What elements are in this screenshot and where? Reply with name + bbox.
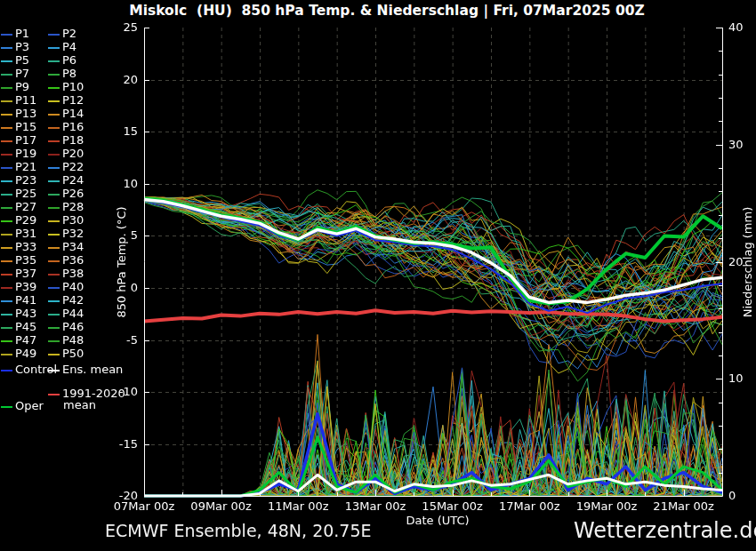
legend-item-p19: P19 [1, 148, 36, 161]
legend-item-p1-label: P1 [15, 27, 29, 40]
legend-item-p17: P17 [1, 134, 36, 148]
legend-item-p7-line-swatch [1, 74, 12, 76]
legend-item-p31-label: P31 [15, 227, 36, 240]
legend-item-p2-label: P2 [62, 27, 76, 40]
legend-item-p24-line-swatch [48, 180, 60, 182]
legend-item-p46: P46 [48, 321, 84, 334]
legend-item-p26-label: P26 [62, 187, 84, 200]
legend-item-p29: P29 [1, 214, 36, 228]
legend-item-p50-line-swatch [48, 354, 60, 355]
legend-item-p41-line-swatch [1, 300, 12, 302]
legend-item-p28: P28 [48, 201, 84, 214]
legend-item-p41-label: P41 [15, 293, 36, 307]
y-left-tick-10: 10 [123, 177, 138, 190]
legend-item-p40-line-swatch [48, 287, 60, 289]
legend-item-p14-line-swatch [48, 114, 60, 116]
legend-item-p32-label: P32 [62, 227, 84, 240]
legend-item-p47: P47 [1, 334, 36, 347]
legend-item-p6: P6 [48, 54, 76, 68]
legend-item-p6-label: P6 [62, 53, 76, 67]
legend-item-p24-label: P24 [62, 173, 84, 187]
legend-item-oper: Oper [1, 400, 44, 413]
legend-item-p18-line-swatch [48, 140, 60, 142]
legend-item-p43-line-swatch [1, 314, 12, 315]
legend-item-p36-label: P36 [62, 253, 84, 267]
y-left-tick-5: 5 [131, 228, 138, 242]
legend-item-p17-line-swatch [1, 140, 12, 142]
legend-item-p47-label: P47 [15, 333, 36, 347]
legend-item-p19-label: P19 [15, 147, 36, 160]
watermark-text: Wetterzentrale.de [574, 518, 756, 543]
legend-item-p39-line-swatch [1, 287, 12, 289]
y-right-tick-20: 20 [728, 255, 744, 268]
legend-item-p10: P10 [48, 81, 84, 94]
legend-item-p13: P13 [1, 108, 36, 121]
legend-item-climate-mean-line-swatch [48, 394, 60, 395]
x-axis-label: Date (UTC) [384, 514, 491, 527]
y-left-tick-20: 20 [123, 73, 138, 86]
legend-item-p33: P33 [1, 241, 36, 254]
legend-item-p13-label: P13 [15, 107, 36, 120]
legend-item-p20: P20 [48, 148, 84, 161]
legend-item-p2-line-swatch [48, 34, 60, 36]
legend-item-p32-line-swatch [48, 234, 60, 236]
legend-item-p39-label: P39 [15, 280, 36, 293]
legend-item-p11: P11 [1, 94, 36, 108]
legend-item-p46-label: P46 [62, 320, 84, 333]
legend-item-p8-label: P8 [62, 67, 76, 80]
legend-item-p3-label: P3 [15, 40, 29, 53]
legend-item-p21: P21 [1, 161, 36, 174]
legend-item-p25-line-swatch [1, 194, 12, 196]
x-tick-4: 13Mar 00z [335, 499, 415, 513]
legend-item-p33-line-swatch [1, 247, 12, 249]
legend-item-p34-line-swatch [48, 247, 60, 249]
legend-item-p14-label: P14 [62, 107, 84, 120]
legend-item-p37-line-swatch [1, 274, 12, 276]
legend-item-p16-label: P16 [62, 120, 84, 133]
legend-item-p13-line-swatch [1, 114, 12, 116]
legend-item-p49-label: P49 [15, 347, 36, 360]
x-tick-1: 07Mar 00z [104, 499, 184, 513]
legend-item-p28-line-swatch [48, 207, 60, 209]
legend-item-p23-label: P23 [15, 173, 36, 187]
legend-item-p48-line-swatch [48, 340, 60, 342]
legend-item-p44-label: P44 [62, 307, 84, 320]
legend-item-p20-line-swatch [48, 154, 60, 156]
legend-item-p50: P50 [48, 347, 84, 361]
legend-item-p5: P5 [1, 54, 29, 68]
legend-item-p37: P37 [1, 268, 36, 281]
legend-item-p44: P44 [48, 307, 84, 321]
legend-item-p30: P30 [48, 214, 84, 228]
legend-item-p19-line-swatch [1, 154, 12, 156]
legend-item-climate-mean-line2-label: mean [63, 398, 96, 411]
legend-item-p45: P45 [1, 321, 36, 334]
legend-item-p8-line-swatch [48, 74, 60, 76]
legend-item-p27-line-swatch [1, 207, 12, 209]
legend-item-p24: P24 [48, 174, 84, 188]
y-left-tick-15: 15 [123, 124, 138, 138]
legend-item-p45-line-swatch [1, 327, 12, 329]
legend-item-p5-line-swatch [1, 60, 12, 62]
legend-item-p9-line-swatch [1, 87, 12, 89]
legend-item-p7: P7 [1, 68, 29, 81]
legend-item-p10-label: P10 [62, 80, 84, 93]
legend-item-p31: P31 [1, 228, 36, 241]
legend-item-p34-label: P34 [62, 240, 84, 253]
legend-item-p26: P26 [48, 188, 84, 201]
legend-item-p32: P32 [48, 228, 84, 241]
legend-item-p8: P8 [48, 68, 76, 81]
legend-item-p28-label: P28 [62, 200, 84, 213]
legend-item-p16: P16 [48, 121, 84, 134]
legend-item-p5-label: P5 [15, 53, 29, 67]
legend-item-p37-label: P37 [15, 267, 36, 280]
legend-item-p4: P4 [48, 41, 76, 54]
legend-item-ens-mean: Ens. mean [48, 363, 123, 377]
x-tick-5: 15Mar 00z [413, 499, 493, 513]
legend-item-p20-label: P20 [62, 147, 84, 160]
legend-item-p27: P27 [1, 201, 36, 214]
legend-item-p26-line-swatch [48, 194, 60, 196]
legend-item-p40: P40 [48, 281, 84, 294]
x-tick-8: 21Mar 00z [644, 499, 724, 513]
legend-item-p39: P39 [1, 281, 36, 294]
legend-item-p42-line-swatch [48, 300, 60, 302]
